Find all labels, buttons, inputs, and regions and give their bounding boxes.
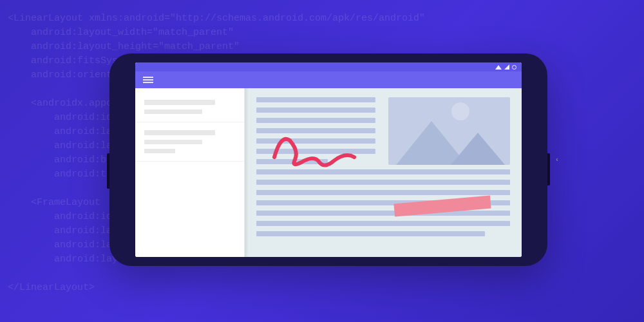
text-line [256,180,510,185]
text-line [256,97,375,102]
sidebar-item[interactable] [135,122,244,162]
wifi-icon [495,65,502,70]
sidebar-item-title [144,100,215,105]
sidebar-item[interactable] [135,88,244,122]
sidebar-item-title [144,130,215,135]
battery-icon [512,65,516,70]
text-line [256,159,328,164]
text-line [256,128,375,133]
text-line [256,211,510,216]
sun-shape [451,102,469,120]
sidebar-item-meta [144,149,175,153]
document-image-placeholder [388,97,510,165]
sidebar [135,88,245,257]
text-line [256,190,510,195]
signal-icon [504,64,509,70]
device-screen [135,62,522,257]
text-line [256,221,510,226]
app-content [135,88,522,257]
sidebar-item-subtitle [144,140,202,144]
system-nav-bar: ‹ [549,53,565,266]
text-column-left [256,97,375,164]
status-bar [135,62,522,71]
text-line [256,149,375,154]
page-shadow [245,88,249,257]
text-line [256,138,375,144]
text-line [256,169,510,175]
document-viewer[interactable] [245,88,522,257]
text-line [256,231,485,236]
nav-back-icon[interactable]: ‹ [555,156,559,164]
text-line [256,118,375,123]
hamburger-menu-icon[interactable] [143,77,153,83]
device-frame: ‹ [109,53,547,266]
sidebar-item-subtitle [144,109,202,114]
text-line [256,108,375,113]
app-bar [135,71,522,88]
mountain-shape [451,133,505,165]
device-volume-button [107,153,109,189]
